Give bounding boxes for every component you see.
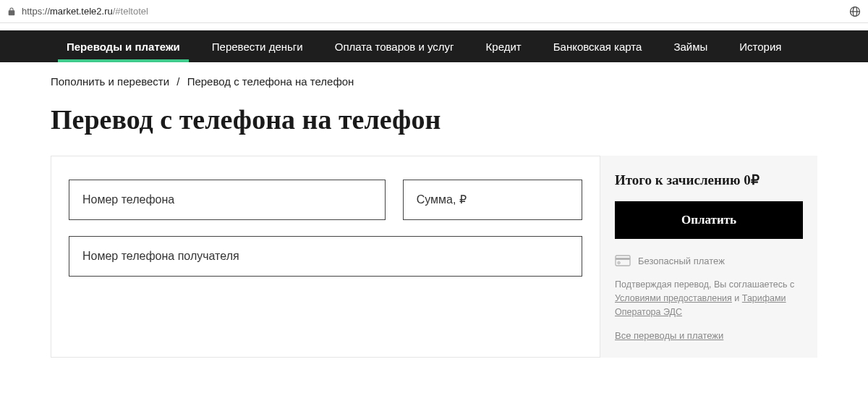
phone-input[interactable] xyxy=(69,180,386,220)
secure-payment-row: Безопасный платеж xyxy=(615,255,803,266)
nav-label: Кредит xyxy=(486,41,522,53)
nav-label: Банковская карта xyxy=(553,41,642,53)
pay-button[interactable]: Оплатить xyxy=(615,201,803,239)
url-domain: market.tele2.ru xyxy=(50,6,113,17)
nav-item-transfers-payments[interactable]: Переводы и платежи xyxy=(51,30,196,62)
nav-item-history[interactable]: История xyxy=(723,30,797,62)
terms-link[interactable]: Условиями предоставления xyxy=(615,293,732,303)
nav-item-transfer-money[interactable]: Перевести деньги xyxy=(196,30,319,62)
nav-item-bank-card[interactable]: Банковская карта xyxy=(537,30,658,62)
lock-icon xyxy=(7,7,16,16)
browser-address-bar: https://market.tele2.ru/#teltotel xyxy=(0,0,868,23)
secure-payment-icon xyxy=(615,255,631,266)
total-label: Итого к зачислению 0₽ xyxy=(615,172,803,188)
all-transfers-link[interactable]: Все переводы и платежи xyxy=(615,330,723,341)
nav-label: История xyxy=(739,41,781,53)
disclaimer-and: и xyxy=(732,293,742,303)
recipient-phone-input[interactable] xyxy=(69,236,582,277)
transfer-form-panel xyxy=(51,156,600,358)
breadcrumb-separator: / xyxy=(176,75,179,88)
globe-icon[interactable] xyxy=(849,6,861,17)
breadcrumb: Пополнить и перевести / Перевод с телефо… xyxy=(51,75,817,88)
secure-payment-label: Безопасный платеж xyxy=(638,256,725,266)
breadcrumb-current: Перевод с телефона на телефон xyxy=(187,75,354,88)
disclaimer-text: Подтверждая перевод, Вы соглашаетесь с У… xyxy=(615,278,803,319)
url-hash: /#teltotel xyxy=(113,6,148,17)
nav-item-credit[interactable]: Кредит xyxy=(470,30,537,62)
nav-label: Переводы и платежи xyxy=(67,41,180,53)
nav-label: Перевести деньги xyxy=(212,41,303,53)
nav-item-loans[interactable]: Займы xyxy=(658,30,723,62)
svg-rect-3 xyxy=(616,256,630,266)
summary-panel: Итого к зачислению 0₽ Оплатить Безопасны… xyxy=(600,156,817,358)
nav-item-pay-goods[interactable]: Оплата товаров и услуг xyxy=(319,30,470,62)
url-text[interactable]: https://market.tele2.ru/#teltotel xyxy=(22,6,849,17)
page-title: Перевод с телефона на телефон xyxy=(51,104,817,135)
disclaimer-prefix: Подтверждая перевод, Вы соглашаетесь с xyxy=(615,279,794,290)
nav-label: Займы xyxy=(673,41,707,53)
main-nav: Переводы и платежи Перевести деньги Опла… xyxy=(0,30,868,62)
url-prefix: https:// xyxy=(22,6,50,17)
nav-label: Оплата товаров и услуг xyxy=(335,41,454,53)
breadcrumb-parent[interactable]: Пополнить и перевести xyxy=(51,75,169,88)
svg-rect-4 xyxy=(616,258,630,260)
amount-input[interactable] xyxy=(403,180,582,220)
